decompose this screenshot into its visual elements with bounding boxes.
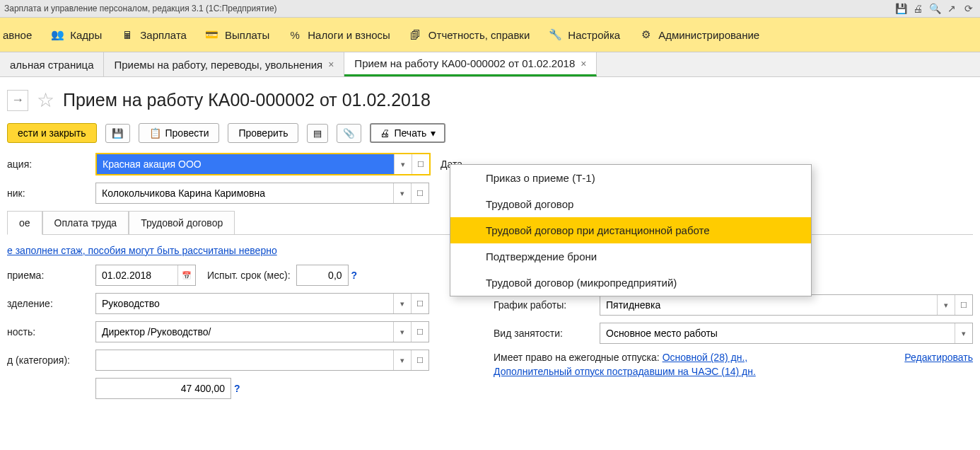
cat-field[interactable]: ▾ ☐: [95, 350, 429, 371]
print-option-remote[interactable]: Трудовой договор при дистанционной работ…: [450, 217, 811, 243]
tab-hire-doc[interactable]: Прием на работу КА00-000002 от 01.02.201…: [344, 52, 597, 76]
subtab-contract[interactable]: Трудовой договор: [129, 211, 235, 234]
nav-personnel[interactable]: 👥Кадры: [50, 28, 102, 42]
print-button[interactable]: 🖨Печать ▾: [370, 123, 445, 143]
wrench-icon: 🔧: [548, 28, 562, 42]
post-button[interactable]: 📋Провести: [139, 123, 220, 143]
calendar-icon[interactable]: 📅: [177, 265, 195, 285]
tab-hirings[interactable]: Приемы на работу, переводы, увольнения×: [104, 52, 344, 76]
nav-admin[interactable]: ⚙Администрирование: [638, 28, 759, 42]
print-option-micro[interactable]: Трудовой договор (микропредприятий): [450, 270, 811, 296]
edit-link[interactable]: Редактировать: [904, 351, 973, 365]
save-button[interactable]: 💾: [105, 124, 130, 143]
save-icon[interactable]: 💾: [894, 1, 908, 16]
open-icon[interactable]: ☐: [955, 295, 972, 315]
dept-input[interactable]: [96, 294, 393, 313]
pos-field[interactable]: ▾ ☐: [95, 321, 429, 342]
pos-label: ность:: [7, 326, 95, 338]
page-title: Прием на работу КА00-000002 от 01.02.201…: [63, 90, 431, 110]
open-icon[interactable]: ☐: [411, 322, 428, 342]
dept-label: зделение:: [7, 298, 95, 309]
chevron-down-icon: ▾: [431, 127, 436, 139]
report-button[interactable]: ▤: [307, 124, 328, 143]
toolbar: ести и закрыть 💾 📋Провести Проверить ▤ 📎…: [0, 119, 980, 153]
hire-date-input[interactable]: [96, 265, 177, 285]
print-option-confirm[interactable]: Подтверждение брони: [450, 243, 811, 270]
emp-field[interactable]: ▾ ☐: [95, 183, 429, 204]
cat-input[interactable]: [96, 350, 393, 370]
calc-icon: 🖩: [120, 28, 134, 42]
print-option-contract[interactable]: Трудовой договор: [450, 191, 811, 217]
warning-link[interactable]: е заполнен стаж, пособия могут быть расс…: [7, 245, 277, 256]
print-icon[interactable]: 🖨: [911, 1, 925, 16]
wallet-icon: 💳: [205, 28, 219, 42]
search-icon[interactable]: 🔍: [928, 1, 942, 16]
chevron-down-icon[interactable]: ▾: [393, 294, 411, 313]
chevron-down-icon[interactable]: ▾: [937, 295, 955, 315]
chevron-down-icon[interactable]: ▾: [955, 323, 972, 343]
arrow-icon[interactable]: ↗: [945, 1, 959, 16]
cat-label: д (категория):: [7, 354, 95, 366]
gear-icon: ⚙: [638, 28, 653, 42]
hire-date-field[interactable]: 📅: [95, 265, 196, 286]
probation-label: Испыт. срок (мес):: [207, 270, 291, 281]
main-nav: авное 👥Кадры 🖩Зарплата 💳Выплаты %Налоги …: [0, 18, 980, 52]
emp-input[interactable]: [96, 183, 393, 203]
nav-reports[interactable]: 🗐Отчетность, справки: [409, 28, 530, 42]
tab-start[interactable]: альная страница: [0, 52, 104, 76]
close-icon[interactable]: ×: [328, 59, 334, 70]
dept-field[interactable]: ▾ ☐: [95, 293, 429, 314]
salary-field[interactable]: [95, 378, 231, 399]
attach-button[interactable]: 📎: [337, 124, 361, 143]
open-icon[interactable]: ☐: [411, 350, 428, 370]
reload-icon[interactable]: ⟳: [962, 1, 976, 16]
chevron-down-icon[interactable]: ▾: [393, 183, 411, 203]
salary-input[interactable]: [96, 379, 231, 398]
chevron-down-icon[interactable]: ▾: [393, 322, 411, 342]
probation-field[interactable]: [296, 265, 349, 286]
doc-icon: 🗐: [409, 28, 423, 42]
subtab-main[interactable]: ое: [7, 211, 42, 235]
check-button[interactable]: Проверить: [228, 123, 298, 143]
print-option-t1[interactable]: Приказ о приеме (Т-1): [450, 165, 811, 191]
post-close-button[interactable]: ести и закрыть: [7, 123, 97, 143]
probation-input[interactable]: [297, 265, 348, 285]
printer-icon: 🖨: [380, 127, 390, 139]
emp-type-label: Вид занятости:: [494, 328, 600, 339]
org-input[interactable]: [97, 154, 394, 174]
subtab-pay[interactable]: Оплата труда: [42, 211, 129, 234]
vacation-main-link[interactable]: Основной (28) дн.,: [663, 352, 748, 363]
chevron-down-icon[interactable]: ▾: [394, 154, 412, 174]
chevron-down-icon[interactable]: ▾: [393, 350, 411, 370]
open-icon[interactable]: ☐: [412, 154, 429, 174]
vacation-extra-link[interactable]: Дополнительный отпуск пострадавшим на ЧА…: [494, 366, 756, 377]
page-header: → ☆ Прием на работу КА00-000002 от 01.02…: [0, 77, 980, 119]
schedule-input[interactable]: [600, 295, 937, 315]
emp-label: ник:: [7, 188, 95, 199]
open-icon[interactable]: ☐: [411, 183, 428, 203]
nav-main[interactable]: авное: [3, 29, 32, 41]
tabs: альная страница Приемы на работу, перево…: [0, 52, 980, 77]
print-dropdown: Приказ о приеме (Т-1) Трудовой договор Т…: [450, 164, 812, 296]
emp-type-field[interactable]: ▾: [600, 323, 973, 344]
org-field[interactable]: ▾ ☐: [95, 153, 431, 175]
users-icon: 👥: [50, 28, 64, 42]
schedule-field[interactable]: ▾ ☐: [600, 294, 973, 316]
open-icon[interactable]: ☐: [411, 294, 428, 313]
arrow-right-icon[interactable]: →: [7, 90, 28, 111]
help-icon[interactable]: ?: [349, 270, 361, 281]
app-title: Зарплата и управление персоналом, редакц…: [4, 0, 277, 17]
emp-type-input[interactable]: [600, 323, 955, 343]
post-icon: 📋: [149, 127, 161, 139]
close-icon[interactable]: ×: [581, 58, 586, 69]
title-bar: Зарплата и управление персоналом, редакц…: [0, 0, 980, 18]
nav-taxes[interactable]: %Налоги и взносы: [288, 28, 390, 42]
schedule-label: График работы:: [494, 299, 600, 311]
help-icon[interactable]: ?: [231, 383, 243, 394]
star-icon[interactable]: ☆: [37, 88, 54, 112]
nav-payments[interactable]: 💳Выплаты: [205, 28, 269, 42]
title-icons: 💾 🖨 🔍 ↗ ⟳: [894, 0, 976, 17]
nav-settings[interactable]: 🔧Настройка: [548, 28, 620, 42]
nav-salary[interactable]: 🖩Зарплата: [120, 28, 187, 42]
pos-input[interactable]: [96, 322, 393, 342]
